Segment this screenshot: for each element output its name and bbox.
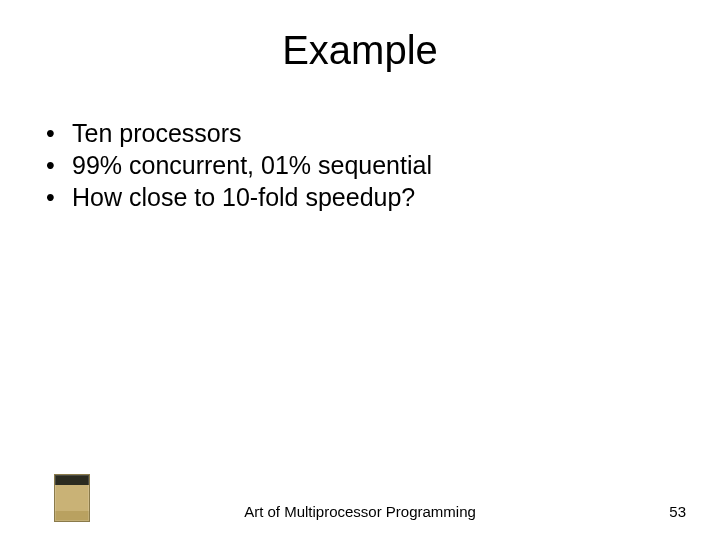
footer-text: Art of Multiprocessor Programming [0, 503, 720, 520]
bullet-list: Ten processors 99% concurrent, 01% seque… [36, 117, 684, 213]
footer: Art of Multiprocessor Programming 53 [0, 472, 720, 522]
slide: Example Ten processors 99% concurrent, 0… [0, 0, 720, 540]
bullet-item: 99% concurrent, 01% sequential [42, 149, 684, 181]
bullet-item: Ten processors [42, 117, 684, 149]
bullet-item: How close to 10-fold speedup? [42, 181, 684, 213]
page-number: 53 [669, 503, 686, 520]
slide-title: Example [36, 28, 684, 73]
